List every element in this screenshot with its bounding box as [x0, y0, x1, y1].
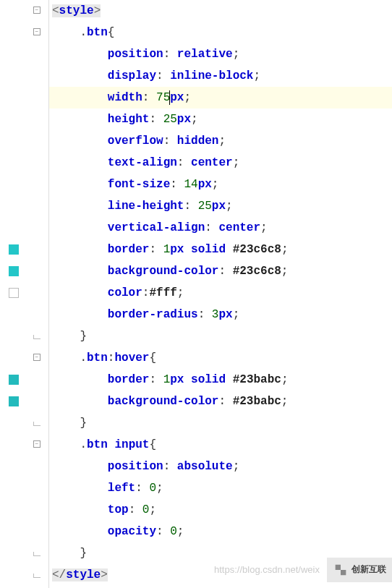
code-line[interactable]: overflow: hidden; [49, 130, 392, 152]
code-token: text-align [108, 156, 177, 169]
code-token: top [108, 503, 129, 516]
code-line[interactable]: position: absolute; [49, 456, 392, 477]
fold-open-icon[interactable] [33, 440, 42, 449]
fold-open-icon[interactable] [33, 28, 42, 37]
code-token: ; [184, 91, 191, 104]
code-line[interactable]: <style> [49, 0, 392, 22]
code-line[interactable]: .btn input{ [49, 434, 392, 456]
code-token: : [142, 286, 150, 299]
fold-close-icon [33, 332, 42, 341]
code-token: solid [191, 373, 226, 386]
code-token: : [149, 243, 163, 256]
code-token: } [80, 547, 87, 560]
gutter-line [0, 542, 48, 564]
code-line[interactable]: border: 1px solid #23c6c8; [49, 239, 392, 260]
gutter [0, 0, 49, 588]
code-line[interactable]: left: 0; [49, 477, 392, 499]
code-token: { [108, 26, 115, 39]
gutter-line [0, 412, 48, 434]
code-token: ; [281, 265, 289, 278]
code-token: ; [177, 525, 184, 538]
code-line[interactable]: } [49, 325, 392, 347]
code-token: height [108, 113, 150, 126]
code-token: 1 [163, 373, 171, 386]
code-line[interactable]: width: 75px; [49, 87, 392, 108]
code-token: line-height [108, 200, 184, 213]
code-token: : [205, 221, 218, 234]
code-token: border [108, 373, 150, 386]
gutter-line [0, 369, 48, 391]
code-token: style [59, 4, 94, 17]
code-line[interactable]: line-height: 25px; [49, 195, 392, 217]
code-token: position [108, 460, 163, 473]
code-token: absolute [177, 460, 233, 473]
code-line[interactable]: background-color: #23c6c8; [49, 260, 392, 282]
code-token: { [149, 351, 156, 365]
code-token: } [80, 330, 87, 343]
code-token: 25 [198, 200, 212, 213]
code-token: style [66, 568, 101, 581]
code-line[interactable]: height: 25px; [49, 108, 392, 130]
code-token: 0 [142, 503, 150, 516]
code-token [184, 373, 191, 386]
gutter-line [0, 87, 48, 108]
code-line[interactable]: color:#fff; [49, 282, 392, 304]
code-token: px [170, 91, 184, 104]
fold-close-icon [33, 571, 42, 579]
code-token: px [212, 200, 226, 213]
code-token: : [163, 460, 177, 473]
code-token: ; [260, 221, 268, 234]
code-line[interactable]: border-radius: 3px; [49, 304, 392, 325]
code-token: position [108, 48, 163, 61]
code-line[interactable]: text-align: center; [49, 152, 392, 174]
code-token: inline-block [170, 69, 253, 82]
fold-open-icon[interactable] [33, 354, 42, 362]
code-token: > [94, 4, 101, 17]
code-editor: <style> .btn{ position: relative; displa… [0, 0, 392, 588]
code-line[interactable]: display: inline-block; [49, 65, 392, 87]
gutter-line [0, 174, 48, 195]
gutter-line [0, 564, 48, 586]
code-token: 3 [212, 308, 219, 321]
code-token: hidden [177, 135, 219, 148]
code-token: ; [233, 48, 240, 61]
code-token: : [149, 373, 163, 386]
code-token: : [129, 503, 142, 516]
code-token: ; [212, 178, 219, 191]
code-token: ; [191, 113, 198, 126]
code-line[interactable]: top: 0; [49, 499, 392, 521]
color-swatch [9, 396, 19, 406]
code-token [108, 438, 115, 451]
logo-text-cn: 创新互联 [351, 565, 386, 574]
code-line[interactable]: opacity: 0; [49, 521, 392, 542]
code-line[interactable]: vertical-align: center; [49, 217, 392, 239]
code-token: #fff [149, 286, 176, 299]
code-line[interactable]: position: relative; [49, 43, 392, 65]
code-line[interactable]: .btn{ [49, 22, 392, 43]
code-area[interactable]: <style> .btn{ position: relative; displa… [49, 0, 392, 588]
gutter-line [0, 22, 48, 43]
code-line[interactable]: } [49, 412, 392, 434]
code-token: vertical-align [108, 221, 205, 234]
code-token: input [114, 438, 149, 451]
code-token: opacity [108, 525, 156, 538]
code-token: 14 [184, 178, 197, 191]
code-token: px [177, 113, 191, 126]
code-line[interactable]: font-size: 14px; [49, 174, 392, 195]
code-token: : [170, 178, 184, 191]
color-swatch [9, 266, 19, 276]
code-token: ; [218, 135, 226, 148]
color-swatch [9, 375, 19, 385]
watermark-text: https://blog.csdn.net/weix [214, 564, 320, 575]
code-token: . [80, 438, 87, 451]
code-line[interactable]: background-color: #23babc; [49, 391, 392, 412]
fold-open-icon[interactable] [33, 7, 42, 15]
gutter-line [0, 499, 48, 521]
gutter-line [0, 456, 48, 477]
gutter-line [0, 260, 48, 282]
code-line[interactable]: .btn:hover{ [49, 347, 392, 369]
code-token: . [80, 26, 87, 39]
code-token: display [108, 69, 156, 82]
code-token: #23babc [233, 395, 281, 408]
code-line[interactable]: border: 1px solid #23babc; [49, 369, 392, 391]
